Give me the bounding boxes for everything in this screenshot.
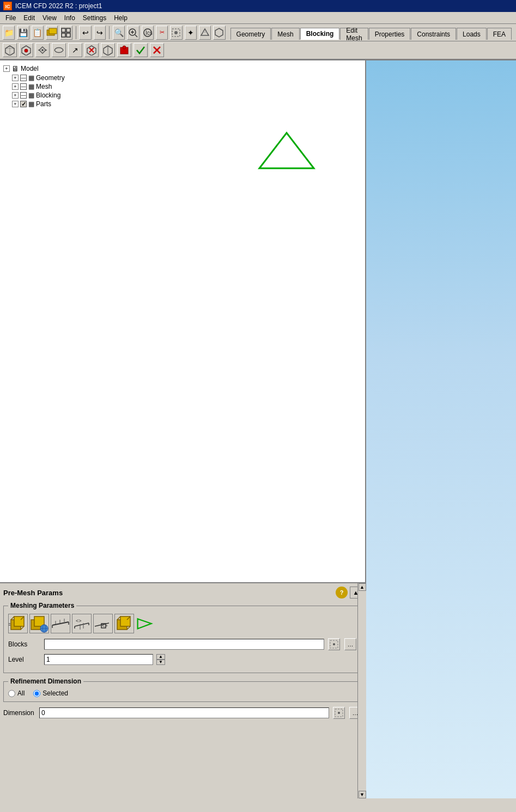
tree-indent-parts: + ✓ ▦ Parts bbox=[12, 100, 362, 108]
tree-expand-parts[interactable]: + bbox=[12, 101, 19, 107]
tree-expand-mesh[interactable]: + bbox=[12, 83, 19, 90]
menu-info[interactable]: Info bbox=[61, 13, 78, 23]
level-row: Level ▲ ▼ bbox=[8, 654, 357, 665]
tab-mesh[interactable]: Mesh bbox=[271, 28, 299, 40]
scroll-up-btn[interactable]: ▲ bbox=[359, 583, 366, 591]
scroll-down-btn[interactable]: ▼ bbox=[359, 791, 366, 798]
radio-selected-input[interactable] bbox=[33, 690, 40, 697]
tree-item-mesh[interactable]: + — ▦ Mesh bbox=[12, 82, 362, 91]
params-toolbar: <> <> bbox=[8, 614, 357, 633]
svg-line-37 bbox=[11, 616, 14, 620]
tree-check-mesh[interactable]: — bbox=[20, 83, 27, 90]
tab-loads[interactable]: Loads bbox=[457, 28, 487, 40]
transform-button[interactable]: ✦ bbox=[185, 26, 197, 40]
grid-button[interactable] bbox=[60, 26, 72, 40]
refinement-legend: Refinement Dimension bbox=[8, 677, 83, 685]
tab-properties[interactable]: Properties bbox=[369, 28, 411, 40]
undo-button[interactable]: ↩ bbox=[79, 26, 91, 40]
repair-button[interactable] bbox=[199, 26, 211, 40]
snap-button[interactable] bbox=[170, 26, 182, 40]
dimension-select-btn[interactable] bbox=[333, 707, 345, 719]
tree-expand-model[interactable]: + bbox=[3, 65, 10, 72]
app-icon: IC bbox=[3, 2, 12, 10]
blocks-label: Blocks bbox=[8, 640, 41, 648]
cube-icon-1[interactable] bbox=[8, 614, 28, 633]
level-input[interactable] bbox=[44, 654, 153, 665]
tree-item-model[interactable]: + 🖥 Model bbox=[3, 64, 362, 74]
model-button[interactable] bbox=[46, 26, 58, 40]
tree-check-blocking[interactable]: — bbox=[20, 92, 27, 99]
center-button[interactable]: Ics bbox=[142, 26, 154, 40]
tree-expand-geometry[interactable]: + bbox=[12, 75, 19, 81]
blocks-more-btn[interactable]: … bbox=[344, 638, 356, 650]
premesh-cube-icon[interactable] bbox=[114, 614, 134, 633]
zoom-button[interactable]: 🔍 bbox=[113, 26, 125, 40]
svg-rect-5 bbox=[66, 33, 70, 37]
redo-button[interactable]: ↪ bbox=[94, 26, 106, 40]
import-button[interactable]: 📋 bbox=[32, 26, 44, 40]
block-split-btn[interactable] bbox=[19, 43, 33, 57]
radio-all-input[interactable] bbox=[8, 690, 15, 697]
block-merge-btn[interactable] bbox=[35, 43, 50, 57]
scale-icon[interactable]: <> bbox=[72, 614, 92, 633]
tree-expand-blocking[interactable]: + bbox=[12, 92, 19, 99]
block-move-btn[interactable]: ↗ bbox=[68, 43, 82, 57]
menu-help[interactable]: Help bbox=[111, 13, 131, 23]
block-delete-btn[interactable] bbox=[84, 43, 99, 57]
tree-item-geometry[interactable]: + — ▦ Geometry bbox=[12, 74, 362, 82]
svg-rect-1 bbox=[49, 28, 57, 34]
dimension-label: Dimension bbox=[3, 709, 36, 717]
block-delete2-btn[interactable] bbox=[150, 43, 164, 57]
tab-blocking[interactable]: Blocking bbox=[300, 28, 340, 40]
tree-item-parts[interactable]: + ✓ ▦ Parts bbox=[12, 100, 362, 108]
tab-editmesh[interactable]: Edit Mesh bbox=[340, 28, 368, 40]
cube-globe-icon[interactable] bbox=[29, 614, 49, 633]
hex-button[interactable] bbox=[213, 26, 225, 40]
radio-all-option[interactable]: All bbox=[8, 689, 25, 697]
cut-button[interactable]: ✂ bbox=[156, 26, 168, 40]
blocks-input[interactable] bbox=[44, 639, 324, 650]
tree-item-blocking[interactable]: + — ▦ Blocking bbox=[12, 91, 362, 100]
block-associate-btn[interactable] bbox=[52, 43, 66, 57]
premesh-help-btn[interactable]: ? bbox=[336, 587, 348, 599]
window-title: ICEM CFD 2022 R2 : project1 bbox=[15, 2, 102, 10]
menu-edit[interactable]: Edit bbox=[20, 13, 38, 23]
menu-file[interactable]: File bbox=[2, 13, 19, 23]
tree-check-parts[interactable]: ✓ bbox=[20, 101, 27, 107]
menu-settings[interactable]: Settings bbox=[80, 13, 110, 23]
save-button[interactable]: 💾 bbox=[17, 26, 29, 40]
block-edge-btn[interactable] bbox=[101, 43, 115, 57]
blocks-select-btn[interactable] bbox=[328, 638, 340, 650]
menu-bar: File Edit View Info Settings Help bbox=[0, 12, 516, 24]
radio-selected-option[interactable]: Selected bbox=[33, 689, 68, 697]
block-premerge-btn[interactable] bbox=[117, 43, 131, 57]
premesh-title-label: Pre-Mesh Params bbox=[3, 589, 63, 597]
vertex-sizing-icon[interactable]: <> bbox=[93, 614, 113, 633]
play-icon[interactable] bbox=[136, 614, 155, 633]
tree-label-mesh: Mesh bbox=[36, 83, 52, 90]
svg-point-31 bbox=[123, 46, 126, 49]
menu-view[interactable]: View bbox=[39, 13, 60, 23]
tree-indent-geometry: + — ▦ Geometry bbox=[12, 74, 362, 82]
tab-geometry[interactable]: Geometry bbox=[230, 28, 271, 40]
svg-rect-3 bbox=[66, 28, 70, 32]
tab-fea[interactable]: FEA bbox=[487, 28, 512, 40]
tree-indent-blocking: + — ▦ Blocking bbox=[12, 91, 362, 100]
level-up-btn[interactable]: ▲ bbox=[156, 654, 165, 660]
premesh-title-bar: Pre-Mesh Params ? ▲ bbox=[3, 587, 362, 599]
zoom-in-button[interactable] bbox=[127, 26, 139, 40]
right-viewport[interactable] bbox=[366, 60, 516, 798]
tree-check-geometry[interactable]: — bbox=[20, 75, 27, 81]
open-button[interactable]: 📁 bbox=[3, 26, 15, 40]
premesh-scrollbar: ▲ ▼ bbox=[357, 583, 366, 798]
toolbar-area: 📁 💾 📋 ↩ ↪ 🔍 bbox=[0, 24, 516, 60]
dimension-row: Dimension … bbox=[3, 706, 362, 719]
edge-sizing-icon[interactable] bbox=[51, 614, 70, 633]
level-down-btn[interactable]: ▼ bbox=[156, 660, 165, 665]
svg-point-21 bbox=[25, 49, 28, 52]
svg-text:<>: <> bbox=[102, 623, 108, 628]
block-create-btn[interactable] bbox=[3, 43, 17, 57]
tab-constraints[interactable]: Constraints bbox=[411, 28, 456, 40]
block-check-btn[interactable] bbox=[133, 43, 148, 57]
dimension-input[interactable] bbox=[39, 707, 329, 718]
